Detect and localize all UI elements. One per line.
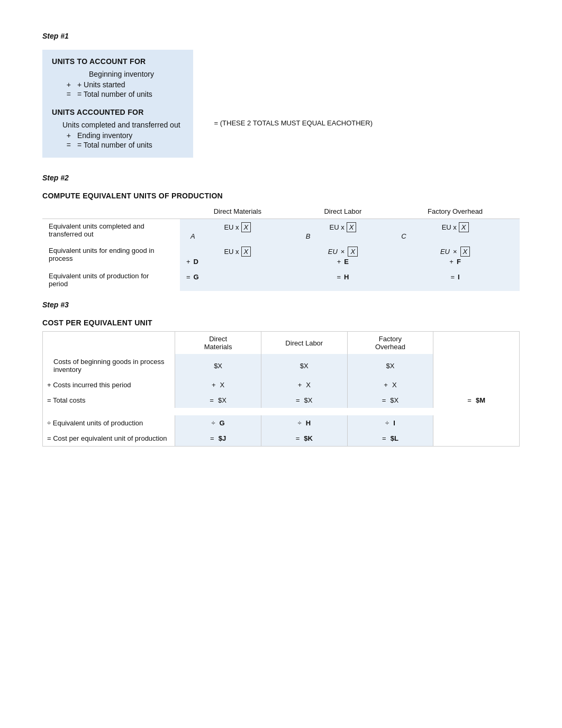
step2-title: COMPUTE EQUIVALENT UNITS OF PRODUCTION <box>42 192 520 200</box>
step3-row3-total: = $M <box>433 393 520 408</box>
bracket-x-2c: X <box>460 247 470 257</box>
step2-row1: Equivalent units completed andtransferre… <box>42 219 520 244</box>
step2-row3-dl-letter: H <box>344 273 349 281</box>
step2-row2-dl: EU×X + E <box>295 243 391 269</box>
step3-row3-fo-sym: = <box>382 396 386 404</box>
step3-row1: Costs of beginning goods in process inve… <box>43 354 520 377</box>
step3-col-dm-line1: Direct <box>182 335 255 343</box>
step3-row4-fo-sym: ÷ <box>385 419 389 427</box>
step3-row2-dl-sym: + <box>298 381 302 389</box>
units-accounted-title: UNITS ACCOUNTED FOR <box>52 108 180 116</box>
step3-row2: + Costs incurred this period + X + X + <box>43 377 520 393</box>
units-to-account-title: UNITS TO ACCOUNT FOR <box>52 57 180 66</box>
equal-note: = (THESE 2 TOTALS MUST EQUAL EACHOTHER) <box>214 50 373 127</box>
step2-row2-dm-letter: D <box>194 258 198 266</box>
step2-row3-fo: = I <box>391 269 520 291</box>
step2-col-dm: Direct Materials <box>180 204 295 219</box>
units-completed-label: Units completed and transferred out <box>62 121 180 129</box>
step3-row3-fo-val: $X <box>390 396 398 404</box>
step3-row4-fo-val: I <box>393 419 395 427</box>
step3-col-fo-line2: Overhead <box>354 343 427 351</box>
step3-row3-dl-sym: = <box>296 396 300 404</box>
empty-spacer <box>43 408 520 415</box>
step3-col-dm-header: Direct Materials <box>175 332 261 354</box>
step3-col-dm-line2: Materials <box>182 343 255 351</box>
step2-row2-fo: EU×X + F <box>391 243 520 269</box>
step1-section: Step #1 UNITS TO ACCOUNT FOR Beginning i… <box>42 32 520 158</box>
step3-row5-label: = Cost per equivalent unit of production <box>43 431 175 447</box>
step2-col-dl: Direct Labor <box>295 204 391 219</box>
step3-row3-dl: = $X <box>261 393 347 408</box>
step3-row5-dm: = $J <box>175 431 261 447</box>
step3-row2-dl: + X <box>261 377 347 393</box>
step3-row5-total <box>433 431 520 447</box>
step3-row4-total <box>433 415 520 431</box>
step2-row1-dm-letter: A <box>191 232 195 240</box>
bracket-x-2b: X <box>348 247 358 257</box>
bracket-x-1c: X <box>459 222 469 232</box>
step3-row3-dl-val: $X <box>304 396 313 404</box>
total-units-label1: = Total number of units <box>75 90 152 98</box>
step3-row4-dl: ÷ H <box>261 415 347 431</box>
step3-row1-fo: $X <box>347 354 433 377</box>
step3-row3-fo: = $X <box>347 393 433 408</box>
step3-row1-dm-val: $X <box>214 362 222 370</box>
step3-row2-label: + Costs incurred this period <box>43 377 175 393</box>
step2-row3-dm: = G <box>180 269 295 291</box>
step3-row3-total-val: $M <box>476 396 485 404</box>
step3-row5-dl-val: $K <box>304 434 313 442</box>
bracket-x-1a: X <box>241 222 251 232</box>
ending-inventory-label: Ending inventory <box>75 131 132 140</box>
step3-col-total-header <box>433 332 520 354</box>
step3-row2-dm-sym: + <box>212 381 216 389</box>
step3-row2-dl-val: X <box>306 381 311 389</box>
step2-label: Step #2 <box>42 174 520 182</box>
step3-section: Step #3 COST PER EQUIVALENT UNIT Direct … <box>42 301 520 447</box>
step2-row2-label: Equivalent units for ending good inproce… <box>42 243 180 269</box>
step3-row4-label: ÷ Equivalent units of production <box>43 415 175 431</box>
step2-row1-fo: EU x X C <box>391 219 520 244</box>
step3-col-empty <box>43 332 175 354</box>
step3-row1-label: Costs of beginning goods in process inve… <box>43 354 175 377</box>
bracket-x-1b: X <box>347 222 357 232</box>
units-started-row: + + Units started <box>62 80 180 89</box>
step3-row3-total-sym: = <box>467 396 472 404</box>
step2-row3-fo-letter: I <box>458 273 460 281</box>
step1-label: Step #1 <box>42 32 520 40</box>
step3-row2-fo-val: X <box>392 381 397 389</box>
step3-row5-dl: = $K <box>261 431 347 447</box>
total-units-label2: = Total number of units <box>75 141 152 149</box>
step3-row5-fo-val: $L <box>391 434 398 442</box>
step3-row4-dm: ÷ G <box>175 415 261 431</box>
step3-row4: ÷ Equivalent units of production ÷ G ÷ H <box>43 415 520 431</box>
step2-row1-fo-letter: C <box>401 232 406 240</box>
step2-row1-label: Equivalent units completed andtransferre… <box>42 219 180 244</box>
step3-row5: = Cost per equivalent unit of production… <box>43 431 520 447</box>
step3-row3-label: = Total costs <box>43 393 175 408</box>
step3-row1-dl: $X <box>261 354 347 377</box>
step2-row2-dm: EU x X + D <box>180 243 295 269</box>
step2-table: Direct Materials Direct Labor Factory Ov… <box>42 204 520 291</box>
step3-row4-fo: ÷ I <box>347 415 433 431</box>
step3-row3-dm-val: $X <box>218 396 226 404</box>
step3-title: COST PER EQUIVALENT UNIT <box>42 319 520 327</box>
step3-row-empty <box>43 408 520 415</box>
step3-row2-total <box>433 377 520 393</box>
step2-row1-dl: EU x X B <box>295 219 391 244</box>
ending-inventory-row: + Ending inventory <box>62 131 180 140</box>
step3-col-fo-line1: Factory <box>354 335 427 343</box>
step2-row1-dl-letter: B <box>306 232 311 240</box>
step3-row2-dm-val: X <box>220 381 225 389</box>
total-units-row1: = = Total number of units <box>62 90 180 98</box>
step3-row2-fo: + X <box>347 377 433 393</box>
total-units-row2: = = Total number of units <box>62 141 180 149</box>
step2-row3-dm-letter: G <box>194 273 199 281</box>
step3-row4-dl-sym: ÷ <box>298 419 302 427</box>
step3-label: Step #3 <box>42 301 520 309</box>
step3-row5-dl-sym: = <box>296 434 300 442</box>
step2-col-fo: Factory Overhead <box>391 204 520 219</box>
step3-row3: = Total costs = $X = $X = $X <box>43 393 520 408</box>
step3-row1-dl-val: $X <box>300 362 309 370</box>
step3-row5-dm-sym: = <box>210 434 214 442</box>
step2-section: Step #2 COMPUTE EQUIVALENT UNITS OF PROD… <box>42 174 520 291</box>
